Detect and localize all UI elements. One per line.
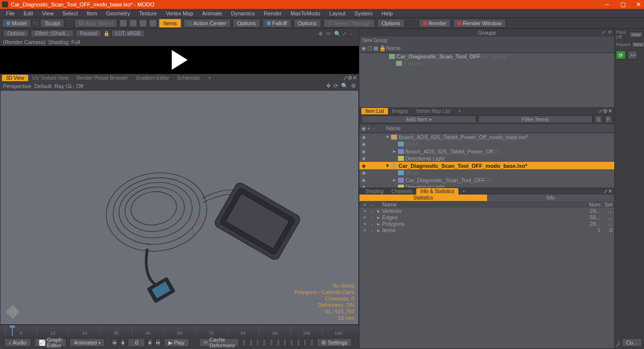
stats-row[interactable]: +-▸Items10 [359,227,614,234]
playhead[interactable] [12,325,13,336]
shading-dropdown[interactable]: Shading: Full [49,39,80,45]
info-expand-icon[interactable]: ⤢ [603,188,608,195]
menu-edit[interactable]: Edit [20,10,37,17]
item-row[interactable]: ◉Directional Light [359,155,614,162]
anim-icn-10[interactable] [303,339,307,347]
vp-rotate-icon[interactable]: ⟳ [334,83,338,89]
menu-help[interactable]: Help [378,10,397,17]
br-chevron-icon[interactable]: › [618,338,620,347]
menu-vertex-map[interactable]: Vertex Map [162,10,198,17]
sculpt-mode-button[interactable]: Sculpt [40,19,64,28]
render-window-button[interactable]: Render Window [453,19,506,28]
item-row[interactable]: ◉Mesh [359,141,614,148]
anim-icn-4[interactable] [262,339,266,347]
vp-close-icon[interactable]: ✕ [352,75,357,81]
next-frame-button[interactable]: ▶ [148,339,152,347]
il-eye-col[interactable]: ◉ [361,125,366,132]
itemlist-tab-vertex-map-list[interactable]: Vertex Map List [412,108,454,114]
vis-col-icon[interactable]: ◉ [361,45,366,51]
forward-pass-button[interactable]: >> [628,50,638,59]
vp-gear-icon[interactable]: ⚙ [347,75,352,81]
render-camera-dropdown[interactable]: (Render Camera) [3,39,46,45]
anim-icn-7[interactable] [283,339,287,347]
select-tool-icon-4[interactable] [149,19,157,27]
passes-new[interactable]: New [632,42,644,48]
itemlist-expand-icon[interactable]: ⤢ [598,108,603,114]
action-center-options[interactable]: Options [233,19,260,28]
itemlist-tab-item-list[interactable]: Item List [361,108,388,114]
item-row[interactable]: ◉Mesh [359,169,614,176]
viewport-tab-gradient-editor[interactable]: Gradient Editor [132,75,173,81]
model-mode-button[interactable]: Model [2,19,31,28]
add-info-tab[interactable]: + [458,188,469,195]
menu-view[interactable]: View [38,10,58,17]
select-tool-icon-2[interactable] [129,19,137,27]
vp-expand-icon[interactable]: ⤢ [343,75,347,81]
pass-off-new[interactable]: New [629,32,643,38]
menu-render[interactable]: Render [260,10,286,17]
anim-icn-8[interactable] [290,339,294,347]
auto-select-button[interactable]: ☑Auto Select [74,19,117,28]
viewport-tab-3d-view[interactable]: 3D View [2,75,28,81]
menu-texture[interactable]: Texture [135,10,161,17]
anim-icn-6[interactable] [276,339,280,347]
filter-items-field[interactable]: Filter Items [478,115,593,123]
anim-mode-dropdown[interactable]: Animated ▾ [69,338,104,347]
anim-icn-2[interactable] [249,339,253,347]
anim-icn-9[interactable] [297,339,300,347]
move-icon[interactable]: ✥ [318,31,324,37]
3d-viewport[interactable]: No Items Polygons : Catmull-Clark Channe… [0,90,359,325]
info-tab[interactable]: Info [487,195,615,201]
menu-dynamics[interactable]: Dynamics [227,10,259,17]
item-row[interactable]: ◉▸Car_Diagnostic_Scan_Tool_OFF (2) [359,176,614,184]
menu-file[interactable]: File [2,10,19,17]
raygl-toggle[interactable]: Ray GL: Off [54,83,83,89]
vp-settings-icon[interactable]: ⚙ [351,83,356,89]
render-button[interactable]: Render [419,19,451,28]
menu-maxtomodo[interactable]: MaxToModo [287,10,324,17]
stats-row[interactable]: +-▸Vertices29...... [359,208,614,214]
anim-icn-5[interactable] [269,339,273,347]
info-tab-channels[interactable]: Channels [388,188,416,195]
viewport-tab-render-preset-browser[interactable]: Render Preset Browser [73,75,132,81]
preview-lut[interactable]: LUT: sRGB [111,30,145,37]
vp-move-icon[interactable]: ✥ [326,83,331,89]
preview-paused[interactable]: Paused [76,30,101,37]
lock-col-icon[interactable]: ⬡ [367,45,372,51]
graph-editor-button[interactable]: 📈Graph Editor [34,338,67,347]
add-viewport-tab[interactable]: + [204,75,215,81]
anim-icn-3[interactable] [256,339,260,347]
statistics-tab[interactable]: Statistics [359,195,487,201]
render-col-icon[interactable]: 🔒 [379,45,384,51]
zoom-icon[interactable]: 🔍 [334,31,340,37]
first-frame-button[interactable]: ⏮ [112,339,117,347]
groups-close-icon[interactable]: ✕ [607,30,612,35]
co-button[interactable]: Co... [622,338,642,347]
add-item-dropdown[interactable]: Add Item ▾ [361,115,476,123]
select-through-options[interactable]: Options [377,19,405,28]
vp-zoom-icon[interactable]: 🔍 [341,83,348,89]
info-tab-info-statistics[interactable]: Info & Statistics [416,188,458,195]
menu-geometry[interactable]: Geometry [102,10,134,17]
last-frame-button[interactable]: ⏭ [155,339,161,347]
menu-animate[interactable]: Animate [198,10,226,17]
settings-button[interactable]: ⚙ Settings [317,338,352,347]
stats-row[interactable]: +-▸Edges58...... [359,214,614,221]
filter-f-button[interactable]: F [604,115,612,123]
timeline[interactable]: 01224364860728496108120 [0,325,359,336]
item-row[interactable]: ◉▾Car_Diagnostic_Scan_Tool_OFF_modo_base… [359,162,614,169]
info-tab-shading[interactable]: Shading [361,188,388,195]
play-button[interactable]: ▶ Play [164,338,189,347]
expand-icon[interactable]: ⤢ [342,31,348,37]
prev-frame-button[interactable]: ◀ [120,339,125,347]
sel-col-icon[interactable]: ▦ [373,45,378,51]
current-frame-field[interactable]: 0 [128,338,145,347]
item-row[interactable]: ◉▾Bosch_ADS_625_Tablet_Power_Off_modo_ba… [359,133,614,141]
axis-gizmo[interactable] [5,304,20,319]
itemlist-gear-icon[interactable]: ⚙ [603,108,608,114]
render-preview[interactable] [0,46,359,74]
preview-options[interactable]: Options [3,30,29,37]
maximize-button[interactable]: ▢ [619,1,626,8]
info-close-icon[interactable]: ✕ [608,188,612,195]
itemlist-tab-images[interactable]: Images [388,108,412,114]
